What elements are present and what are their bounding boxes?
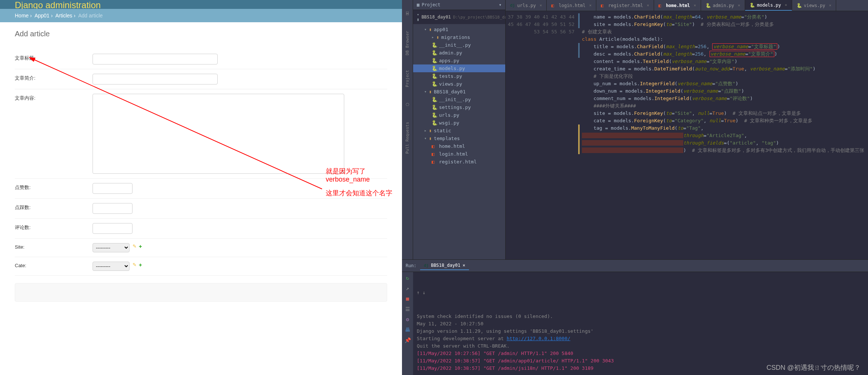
python-icon: 🐍: [432, 81, 437, 87]
close-icon[interactable]: ×: [785, 3, 787, 7]
close-icon[interactable]: ×: [589, 3, 592, 8]
tree-item-__init__-py[interactable]: 🐍__init__.py: [413, 41, 505, 49]
python-icon: 🐍: [432, 58, 437, 63]
label-desc: 文章简介:: [15, 74, 93, 82]
input-downnum[interactable]: [93, 203, 133, 214]
plus-icon[interactable]: +: [139, 243, 142, 249]
label-title: 文章标题:: [15, 54, 93, 62]
close-icon[interactable]: ×: [540, 3, 542, 8]
pencil-icon[interactable]: ✎: [133, 243, 137, 249]
tree-item-__init__-py[interactable]: 🐍__init__.py: [413, 96, 505, 103]
db-browser-label[interactable]: DB Browser: [405, 31, 410, 55]
rerun-icon[interactable]: ↻: [406, 275, 409, 281]
label-content: 文章内容:: [15, 94, 93, 102]
label-site: Site:: [15, 243, 93, 250]
folder-icon: ▾ ▮: [417, 12, 419, 22]
github-icon[interactable]: ⎔: [406, 102, 409, 107]
chevron-down-icon[interactable]: ▾: [499, 2, 502, 7]
close-icon[interactable]: ×: [647, 3, 649, 8]
run-arrow-icon[interactable]: ↗: [406, 285, 409, 291]
close-icon[interactable]: ×: [738, 3, 740, 8]
breadcrumb-current: Add article: [78, 13, 103, 19]
breadcrumb-model[interactable]: Articles: [55, 13, 72, 19]
html-icon: ◧: [432, 143, 437, 149]
tree-item-static[interactable]: ▸ ▮static: [413, 127, 505, 135]
tree-item-apps-py[interactable]: 🐍apps.py: [413, 57, 505, 64]
django-icon: dj: [424, 263, 429, 268]
textarea-content[interactable]: [93, 94, 344, 174]
tree-item-views-py[interactable]: 🐍views.py: [413, 80, 505, 88]
tree-item-templates[interactable]: ▾ ▮templates: [413, 135, 505, 142]
tree-item-urls-py[interactable]: 🐍urls.py: [413, 111, 505, 119]
label-commentnum: 评论数:: [15, 223, 93, 231]
python-icon: 🐍: [432, 104, 437, 110]
stop-icon[interactable]: ■: [406, 296, 409, 302]
close-icon[interactable]: ×: [829, 3, 831, 8]
tree-item-admin-py[interactable]: 🐍admin.py: [413, 49, 505, 57]
console[interactable]: ↑ ↓ System check identified no issues (0…: [413, 272, 868, 375]
html-icon: ◧: [432, 151, 437, 157]
tab-login-html[interactable]: ◧login.html×: [547, 0, 596, 11]
tree-item-models-py[interactable]: 🐍models.py: [413, 64, 505, 72]
python-icon: 🐍: [432, 112, 437, 118]
python-icon: 🐍: [432, 50, 437, 56]
file-tree[interactable]: ▾ ▮app01▸ ▮migrations🐍__init__.py🐍admin.…: [413, 24, 505, 167]
breadcrumb-home[interactable]: Home: [15, 13, 29, 19]
select-site[interactable]: ---------: [93, 243, 130, 252]
input-title[interactable]: [93, 54, 218, 64]
tree-item-home-html[interactable]: ◧home.html: [413, 142, 505, 150]
tree-item-register-html[interactable]: ◧register.html: [413, 158, 505, 166]
run-config-tab[interactable]: dj BBS18_day01 ×: [420, 261, 469, 270]
pin-icon[interactable]: 📌: [405, 337, 411, 343]
tab-bar: djurls.py×◧login.html×◧register.html×◧ho…: [506, 0, 868, 11]
submit-row: [15, 283, 387, 302]
plus-icon[interactable]: +: [139, 262, 142, 268]
close-icon[interactable]: ×: [694, 3, 696, 8]
project-header[interactable]: ▦ Project ▾: [413, 0, 505, 10]
run-label: Run:: [406, 263, 416, 268]
tree-item-settings-py[interactable]: 🐍settings.py: [413, 103, 505, 111]
layout-icon[interactable]: ☰: [405, 306, 410, 312]
breadcrumb-app[interactable]: App01: [34, 13, 49, 19]
run-panel: Run: dj BBS18_day01 × ↻ ↗ ■ ☰ ⚙ 🖶 📌: [402, 259, 868, 375]
tree-item-tests-py[interactable]: 🐍tests.py: [413, 72, 505, 80]
python-icon: 🐍: [432, 42, 437, 48]
editor-area: djurls.py×◧login.html×◧register.html×◧ho…: [506, 0, 868, 259]
pencil-icon[interactable]: ✎: [133, 262, 137, 268]
python-icon: 🐍: [432, 66, 437, 71]
pull-requests-label[interactable]: Pull Requests: [405, 122, 410, 154]
tree-item-login-html[interactable]: ◧login.html: [413, 150, 505, 158]
tab-urls-py[interactable]: djurls.py×: [506, 0, 547, 11]
project-path[interactable]: ▾ ▮ BBS18_day01 D:\py_project\BBS18_day0…: [413, 10, 505, 24]
select-cate[interactable]: ---------: [93, 262, 130, 271]
code-content[interactable]: name = models.CharField(max_length=64, v…: [578, 11, 868, 259]
run-toolbar: ↻ ↗ ■ ☰ ⚙ 🖶 📌: [402, 272, 413, 375]
input-commentnum[interactable]: [93, 223, 133, 234]
tab-models-py[interactable]: 🐍models.py×: [745, 0, 792, 11]
tree-item-wsgi-py[interactable]: 🐍wsgi.py: [413, 119, 505, 127]
html-icon: ◧: [432, 159, 437, 165]
tree-item-app01[interactable]: ▾ ▮app01: [413, 26, 505, 33]
tab-admin-py[interactable]: 🐍admin.py×: [701, 0, 745, 11]
db-browser-icon[interactable]: ⌸: [406, 11, 409, 16]
tree-item-BBS18_day01[interactable]: ▾ ▮BBS18_day01: [413, 88, 505, 96]
django-admin-panel: Django administration Home› App01› Artic…: [0, 0, 402, 375]
project-icon: ▦: [417, 2, 419, 7]
print-icon[interactable]: 🖶: [405, 327, 410, 333]
project-tree-panel: ▦ Project ▾ ▾ ▮ BBS18_day01 D:\py_projec…: [413, 0, 506, 259]
input-desc[interactable]: [93, 74, 218, 84]
close-icon[interactable]: ×: [463, 263, 465, 268]
tab-home-html[interactable]: ◧home.html×: [654, 0, 701, 11]
tab-register-html[interactable]: ◧register.html×: [596, 0, 654, 11]
python-icon: 🐍: [432, 73, 437, 79]
page-title: Add article: [15, 30, 387, 38]
input-upnum[interactable]: [93, 183, 133, 194]
annotation-text: 就是因为写了 verbose_name 这里才会知道这个名字: [326, 167, 392, 198]
python-icon: 🐍: [432, 97, 437, 102]
project-tool-label[interactable]: Project: [405, 70, 410, 87]
settings-icon[interactable]: ⚙: [406, 316, 409, 322]
tree-item-migrations[interactable]: ▸ ▮migrations: [413, 33, 505, 41]
breadcrumb: Home› App01› Articles› Add article: [0, 9, 402, 22]
python-icon: 🐍: [432, 120, 437, 126]
tab-views-py[interactable]: 🐍views.py×: [792, 0, 836, 11]
